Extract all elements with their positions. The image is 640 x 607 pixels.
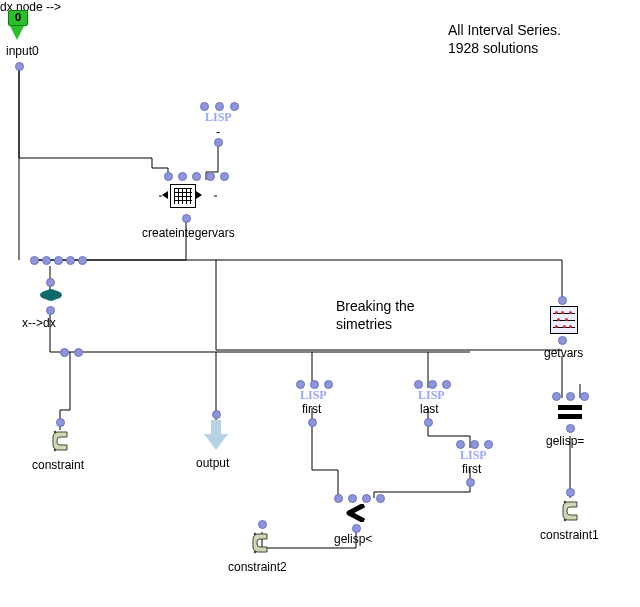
wires: dx --> dx outlet to constraint & output …	[0, 0, 640, 607]
port[interactable]	[56, 418, 65, 427]
input-arrow-icon	[10, 26, 24, 40]
port[interactable]	[414, 380, 423, 389]
label-gelisp-lt: gelisp<	[334, 532, 372, 546]
equals-icon[interactable]	[558, 404, 582, 420]
label-xdx: x-->dx	[22, 316, 56, 330]
label-constraint1: constraint1	[540, 528, 599, 542]
port[interactable]	[324, 380, 333, 389]
port[interactable]	[78, 256, 87, 265]
port[interactable]	[442, 380, 451, 389]
svg-point-1	[54, 449, 57, 452]
lisp-tag-first1: LISP	[300, 388, 327, 403]
label-input0: input0	[6, 44, 39, 58]
port[interactable]	[192, 172, 201, 181]
label-constraint: constraint	[32, 458, 84, 472]
port[interactable]	[558, 296, 567, 305]
port[interactable]	[46, 278, 55, 287]
port[interactable]	[296, 380, 305, 389]
port[interactable]	[466, 478, 475, 487]
port[interactable]	[348, 494, 357, 503]
port[interactable]	[470, 440, 479, 449]
constraint-icon[interactable]	[50, 428, 72, 454]
port[interactable]	[362, 494, 371, 503]
port[interactable]	[484, 440, 493, 449]
port[interactable]	[30, 256, 39, 265]
port[interactable]	[214, 138, 223, 147]
grid-icon	[170, 184, 196, 208]
port[interactable]	[15, 62, 24, 71]
port[interactable]	[66, 256, 75, 265]
port[interactable]	[74, 348, 83, 357]
label-gelisp-eq: gelisp=	[546, 434, 584, 448]
svg-point-2	[254, 533, 257, 536]
label-first2: first	[462, 462, 481, 476]
abacus-icon[interactable]	[550, 306, 578, 334]
constraint2-icon[interactable]	[250, 530, 272, 556]
patch-canvas[interactable]: { "title": { "line1": "All Interval Seri…	[0, 0, 640, 607]
xdx-icon[interactable]	[40, 290, 62, 300]
lisp-tag-first2: LISP	[460, 448, 487, 463]
label-getvars: getvars	[544, 346, 583, 360]
port[interactable]	[215, 102, 224, 111]
svg-point-5	[564, 519, 567, 522]
port[interactable]	[182, 214, 191, 223]
port[interactable]	[258, 520, 267, 529]
label-last: last	[420, 402, 439, 416]
port[interactable]	[54, 256, 63, 265]
port[interactable]	[60, 348, 69, 357]
port[interactable]	[200, 102, 209, 111]
section-title-line2: simetries	[336, 316, 392, 332]
label-createintegervars: createintegervars	[142, 226, 235, 240]
port[interactable]	[310, 380, 319, 389]
output-arrow-icon[interactable]	[204, 420, 228, 450]
port[interactable]	[566, 488, 575, 497]
port[interactable]	[206, 172, 215, 181]
page-title-line1: All Interval Series.	[448, 22, 561, 38]
lisp-tag-last: LISP	[418, 388, 445, 403]
less-than-icon[interactable]	[346, 504, 366, 522]
port[interactable]	[334, 494, 343, 503]
port[interactable]	[376, 494, 385, 503]
page-title-line2: 1928 solutions	[448, 40, 538, 56]
section-title-line1: Breaking the	[336, 298, 415, 314]
port[interactable]	[212, 410, 221, 419]
svg-point-3	[254, 551, 257, 554]
svg-point-4	[564, 501, 567, 504]
label-output: output	[196, 456, 229, 470]
port[interactable]	[230, 102, 239, 111]
port[interactable]	[42, 256, 51, 265]
lisp-tag-minus: LISP	[205, 110, 232, 125]
port[interactable]	[220, 172, 229, 181]
port[interactable]	[552, 392, 561, 401]
port[interactable]	[428, 380, 437, 389]
port[interactable]	[580, 392, 589, 401]
port[interactable]	[558, 336, 567, 345]
chevron-right-icon	[196, 191, 202, 199]
svg-point-0	[54, 431, 57, 434]
constraint1-icon[interactable]	[560, 498, 582, 524]
port[interactable]	[46, 306, 55, 315]
port[interactable]	[566, 424, 575, 433]
port[interactable]	[308, 418, 317, 427]
chevron-left-icon	[162, 191, 168, 199]
label-constraint2: constraint2	[228, 560, 287, 574]
port[interactable]	[424, 418, 433, 427]
label-first1: first	[302, 402, 321, 416]
port[interactable]	[456, 440, 465, 449]
input-badge: 0	[8, 10, 28, 26]
lisp-minus-op: -	[216, 124, 220, 139]
port[interactable]	[178, 172, 187, 181]
port[interactable]	[566, 392, 575, 401]
port[interactable]	[164, 172, 173, 181]
